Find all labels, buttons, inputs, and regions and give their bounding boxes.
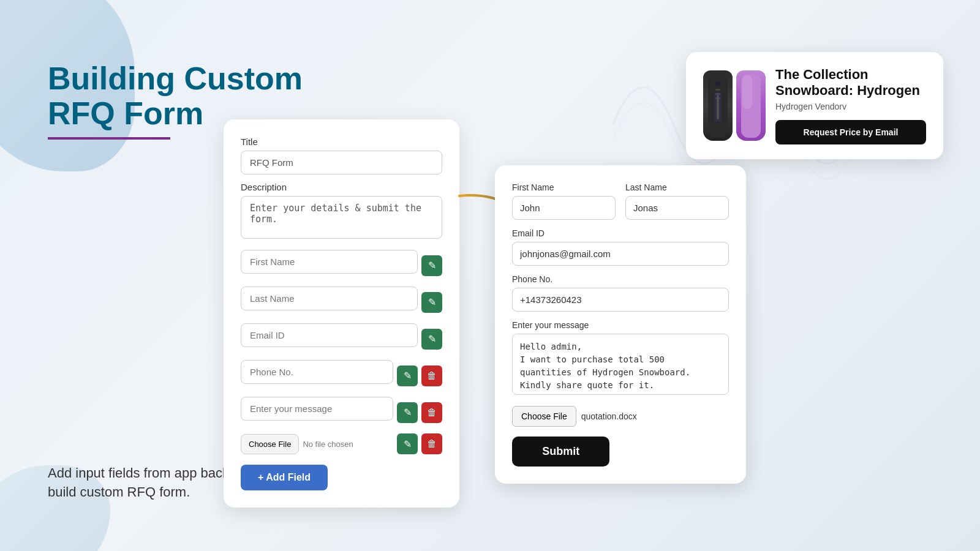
- rfq-lastname-input[interactable]: [625, 196, 729, 220]
- heading-line1: Building Custom: [48, 61, 303, 96]
- product-card: The Collection Snowboard: Hydrogen Hydro…: [686, 52, 943, 159]
- rfq-firstname-group: First Name: [512, 182, 616, 220]
- field-row-message: ✎ 🗑: [241, 397, 442, 428]
- rfq-message-group: Enter your message Hello admin, I want t…: [512, 320, 729, 397]
- field-row-phone: ✎ 🗑: [241, 360, 442, 391]
- svg-rect-2: [715, 89, 720, 91]
- field-email-input[interactable]: [241, 323, 418, 347]
- edit-file-button[interactable]: ✎: [397, 433, 418, 454]
- svg-rect-7: [742, 75, 752, 109]
- svg-rect-4: [715, 97, 720, 99]
- product-title: The Collection Snowboard: Hydrogen: [775, 67, 926, 99]
- snowboard-purple-image: [736, 70, 766, 141]
- field-phone-input[interactable]: [241, 360, 393, 384]
- edit-lastname-button[interactable]: ✎: [421, 292, 442, 313]
- svg-point-5: [715, 81, 720, 86]
- edit-phone-button[interactable]: ✎: [397, 365, 418, 386]
- add-field-button[interactable]: + Add Field: [241, 465, 328, 490]
- file-no-chosen: No file chosen: [303, 440, 393, 449]
- field-lastname-input[interactable]: [241, 287, 418, 310]
- title-input[interactable]: [241, 151, 442, 174]
- rfq-lastname-group: Last Name: [625, 182, 729, 220]
- svg-rect-3: [715, 93, 720, 95]
- rfq-firstname-input[interactable]: [512, 196, 616, 220]
- rfq-lastname-label: Last Name: [625, 182, 729, 192]
- rfq-choose-file-label[interactable]: Choose File: [512, 406, 576, 427]
- field-message-input[interactable]: [241, 397, 393, 421]
- rfq-email-label: Email ID: [512, 228, 729, 238]
- rfq-firstname-label: First Name: [512, 182, 616, 192]
- field-row-lastname: ✎: [241, 287, 442, 318]
- rfq-form-card: First Name Last Name Email ID Phone No. …: [495, 165, 746, 484]
- rfq-message-textarea[interactable]: Hello admin, I want to purchase total 50…: [512, 334, 729, 395]
- product-info: The Collection Snowboard: Hydrogen Hydro…: [775, 67, 926, 144]
- product-vendor: Hydrogen Vendorv: [775, 102, 926, 111]
- delete-message-button[interactable]: 🗑: [421, 402, 442, 423]
- snowboard-dark-image: [703, 70, 733, 141]
- product-images: [703, 70, 766, 141]
- delete-file-button[interactable]: 🗑: [421, 433, 442, 454]
- rfq-submit-button[interactable]: Submit: [512, 437, 609, 467]
- choose-file-label[interactable]: Choose File: [241, 434, 299, 454]
- file-upload-row: Choose File No file chosen ✎ 🗑: [241, 433, 442, 454]
- rfq-phone-group: Phone No.: [512, 274, 729, 312]
- rfq-file-row: Choose File quotation.docx: [512, 406, 729, 427]
- rfq-file-name: quotation.docx: [581, 411, 637, 421]
- rfq-email-group: Email ID: [512, 228, 729, 266]
- rfq-phone-label: Phone No.: [512, 274, 729, 284]
- edit-email-button[interactable]: ✎: [421, 329, 442, 350]
- title-label: Title: [241, 137, 442, 147]
- heading-underline: [48, 137, 170, 140]
- edit-firstname-button[interactable]: ✎: [421, 255, 442, 276]
- description-label: Description: [241, 182, 442, 192]
- field-firstname-input[interactable]: [241, 250, 418, 274]
- delete-phone-button[interactable]: 🗑: [421, 365, 442, 386]
- rfq-message-label: Enter your message: [512, 320, 729, 330]
- rfq-name-row: First Name Last Name: [512, 182, 729, 220]
- edit-message-button[interactable]: ✎: [397, 402, 418, 423]
- form-builder-card: Title Description ✎ ✎ ✎ ✎ 🗑 ✎ 🗑 Choose F…: [224, 119, 459, 508]
- field-row-email: ✎: [241, 323, 442, 354]
- field-row-firstname: ✎: [241, 250, 442, 281]
- request-price-button[interactable]: Request Price by Email: [775, 120, 926, 144]
- rfq-email-input[interactable]: [512, 242, 729, 266]
- rfq-phone-input[interactable]: [512, 288, 729, 312]
- heading-line2: RFQ Form: [48, 96, 203, 131]
- description-textarea[interactable]: [241, 196, 442, 239]
